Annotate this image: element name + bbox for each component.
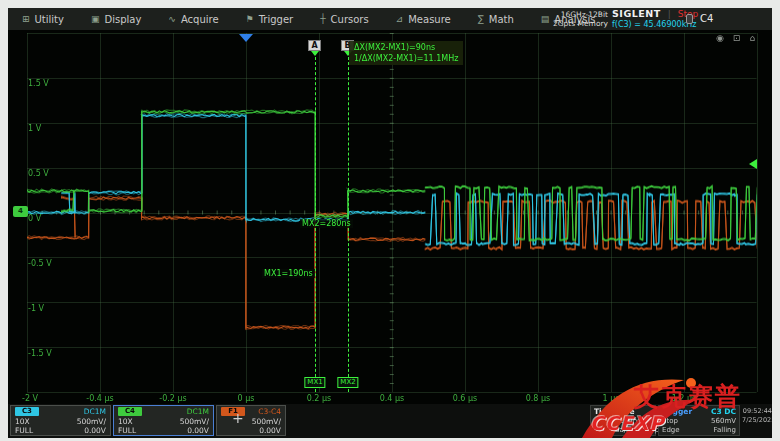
y-axis-label: 0.5 V — [28, 169, 49, 178]
scale-label: 500mV/ — [77, 417, 106, 427]
plot-corner-tools: ◉ ⊡ ⌂ — [716, 33, 755, 43]
acquisition-info: 16GHz-12Bit 2Gpts Memory — [552, 10, 608, 28]
x-axis-label: 1 µs — [589, 394, 633, 403]
datetime-block: 09:52:44 7/25/2025 — [742, 407, 772, 425]
mx1-tag[interactable]: MX1 — [304, 377, 325, 388]
menu-item-label: Display — [104, 14, 141, 25]
oscilloscope-screen: ⊞Utility ▣Display ∿Acquire ⚑Trigger ┼Cur… — [8, 8, 772, 438]
cursor-arrow-a — [311, 51, 319, 56]
waveform-canvas[interactable] — [8, 8, 772, 438]
screenshot: ⊞Utility ▣Display ∿Acquire ⚑Trigger ┼Cur… — [0, 0, 780, 441]
offset-label: 0.00V — [84, 426, 106, 436]
x-axis-label: -0.2 µs — [151, 394, 195, 403]
y-axis-label: -0.5 V — [28, 259, 52, 268]
timebase-delay: 400ns — [594, 417, 615, 427]
y-axis-label: 1.5 V — [28, 79, 49, 88]
menu-item-label: Utility — [35, 14, 64, 25]
cursor-inverse-delta-x: 1/ΔX(MX2-MX1)=11.1MHz — [354, 53, 458, 64]
mx2-annotation: MX2=280ns — [300, 219, 353, 228]
math-icon: ∑ — [478, 14, 484, 24]
y-axis-label: 0 V — [28, 214, 41, 223]
measure-icon: ⊿ — [396, 14, 404, 24]
attenuation-label: 10X — [118, 417, 133, 427]
y-axis-label: 1 V — [28, 124, 41, 133]
menu-item-label: Cursors — [331, 14, 369, 25]
trigger-position-icon[interactable] — [239, 34, 253, 42]
menu-item-label: Math — [489, 14, 514, 25]
brand-logo: SIGLENT — [612, 9, 661, 19]
cursors-icon: ┼ — [320, 14, 325, 24]
timebase-box[interactable]: Timebase 400ns200ns/div 10.0GSa/s2.00Gpt… — [590, 405, 656, 436]
menu-bar: ⊞Utility ▣Display ∿Acquire ⚑Trigger ┼Cur… — [8, 8, 772, 30]
clock-date: 7/25/2025 — [742, 416, 772, 425]
memory-label: 2Gpts Memory — [552, 19, 608, 28]
menu-item-label: Trigger — [259, 14, 294, 25]
y-axis-label: -1.5 V — [28, 349, 52, 358]
math-formula: C3-C4 — [258, 407, 281, 417]
x-axis-label: 0.8 µs — [516, 394, 560, 403]
probe-device-icon — [686, 14, 693, 24]
x-axis-label: 1.2 µs — [662, 394, 706, 403]
channel-box-c4[interactable]: C4DC1M 10X500mV/ FULL0.00V — [113, 405, 214, 436]
x-axis-label: 0 µs — [224, 394, 268, 403]
timebase-title: Timebase — [594, 407, 635, 417]
cursor-readout-box[interactable]: ΔX(MX2-MX1)=90ns 1/ΔX(MX2-MX1)=11.1MHz — [349, 41, 463, 65]
menu-item-math[interactable]: ∑Math — [478, 14, 514, 25]
menu-item-utility[interactable]: ⊞Utility — [22, 14, 64, 25]
trigger-title: Trigger — [662, 407, 692, 417]
active-channel-label[interactable]: C4 — [700, 13, 713, 24]
x-axis-label: 0.2 µs — [297, 394, 341, 403]
x-axis-label: 0.4 µs — [370, 394, 414, 403]
bandwidth-limit-label: FULL — [15, 426, 33, 436]
fullscreen-icon[interactable]: ⊡ — [733, 33, 741, 43]
x-axis-label: -0.4 µs — [78, 394, 122, 403]
x-axis-label: 0.6 µs — [443, 394, 487, 403]
display-icon: ▣ — [91, 14, 100, 24]
channel-zero-marker[interactable]: 4 — [13, 206, 28, 217]
coupling-label: DC1M — [84, 407, 106, 417]
menu-item-label: Measure — [408, 14, 451, 25]
math-box-f1[interactable]: F1C3-C4 500mV/ 0.00V — [216, 405, 286, 436]
trigger-source: C3 DC — [711, 407, 736, 417]
menu-item-label: Acquire — [181, 14, 219, 25]
scale-label: 500mV/ — [252, 417, 281, 427]
cursor-delta-x: ΔX(MX2-MX1)=90ns — [354, 42, 458, 53]
menu-item-cursors[interactable]: ┼Cursors — [320, 14, 369, 25]
trigger-level-arrow[interactable] — [749, 159, 757, 169]
trigger-mode: Stop — [662, 417, 678, 427]
clock-time: 09:52:44 — [742, 407, 772, 416]
bandwidth-label: 16GHz-12Bit — [552, 10, 608, 19]
menu-item-measure[interactable]: ⊿Measure — [396, 14, 451, 25]
trigger-icon: ⚑ — [246, 14, 254, 24]
trigger-box[interactable]: TriggerC3 DC Stop560mV EdgeFalling — [658, 405, 740, 436]
y-axis-label: -2 V — [22, 394, 38, 403]
offset-label: 0.00V — [259, 426, 281, 436]
home-icon[interactable]: ⌂ — [749, 33, 755, 43]
coupling-label: DC1M — [187, 407, 209, 417]
channel-box-c3[interactable]: C3DC1M 10X500mV/ FULL0.00V — [10, 405, 111, 436]
offset-label: 0.00V — [187, 426, 209, 436]
acquire-icon: ∿ — [168, 14, 176, 24]
y-axis-label: -1 V — [28, 304, 44, 313]
menu-item-acquire[interactable]: ∿Acquire — [168, 14, 218, 25]
channel-badge: C3 — [15, 407, 39, 416]
cursor-handle-a[interactable]: A — [308, 40, 321, 51]
divider: | — [668, 9, 671, 19]
sample-rate: 10.0GSa/s — [594, 426, 630, 436]
timebase-scale: 200ns/div — [619, 417, 653, 427]
scale-label: 500mV/ — [180, 417, 209, 427]
bottom-bar: C3DC1M 10X500mV/ FULL0.00V C4DC1M 10X500… — [8, 404, 772, 438]
menu-item-display[interactable]: ▣Display — [91, 14, 141, 25]
menu-item-trigger[interactable]: ⚑Trigger — [246, 14, 294, 25]
channel-badge: C4 — [118, 407, 142, 416]
trigger-type: Edge — [662, 426, 680, 436]
mx1-annotation: MX1=190ns — [262, 269, 315, 278]
mx2-tag[interactable]: MX2 — [337, 377, 358, 388]
trigger-slope: Falling — [714, 426, 736, 436]
snapshot-icon[interactable]: ◉ — [716, 33, 724, 43]
utility-icon: ⊞ — [22, 14, 30, 24]
bandwidth-limit-label: FULL — [118, 426, 136, 436]
mouse-cursor: + — [232, 410, 244, 426]
analysis-icon: ▤ — [541, 14, 550, 24]
attenuation-label: 10X — [15, 417, 30, 427]
